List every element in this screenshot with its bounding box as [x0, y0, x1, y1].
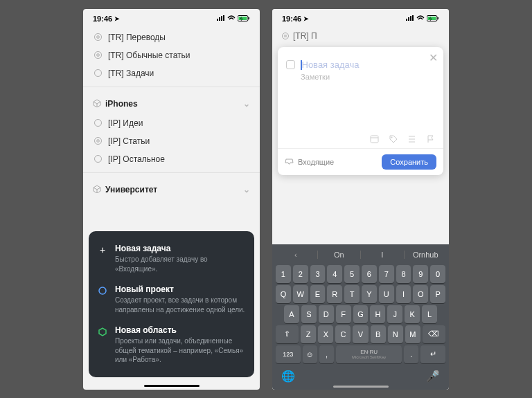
suggestion[interactable]: Ornhub — [405, 251, 447, 259]
flag-icon[interactable] — [426, 134, 435, 145]
backspace-key[interactable]: ⌫ — [423, 325, 445, 343]
new-task-modal: ✕ Новая задача Заметки Входящие Сохранит… — [278, 47, 443, 175]
key-d[interactable]: D — [319, 305, 334, 323]
chevron-down-icon[interactable]: ⌄ — [243, 99, 250, 109]
svg-rect-15 — [371, 136, 378, 143]
key-c[interactable]: C — [335, 325, 351, 343]
key-t[interactable]: T — [344, 285, 360, 303]
inbox-picker[interactable]: Входящие — [285, 157, 334, 166]
key-6[interactable]: 6 — [362, 265, 377, 283]
list-item[interactable]: [TR] Переводы — [83, 28, 260, 46]
key-w[interactable]: W — [293, 285, 308, 303]
key-7[interactable]: 7 — [379, 265, 394, 283]
key-j[interactable]: J — [387, 305, 402, 323]
key-s[interactable]: S — [301, 305, 317, 323]
checklist-icon[interactable] — [407, 134, 416, 145]
shift-key[interactable]: ⇧ — [276, 325, 299, 343]
key-o[interactable]: O — [413, 285, 428, 303]
key-f[interactable]: F — [336, 305, 351, 323]
key-row-zxcv: ⇧ ZXCVBNM ⌫ — [276, 325, 445, 343]
task-title-input[interactable]: Новая задача — [301, 60, 359, 71]
key-2[interactable]: 2 — [293, 265, 308, 283]
item-label: [TR] Переводы — [108, 33, 166, 42]
plus-icon: + — [97, 244, 108, 255]
list-item[interactable]: [IP] Идеи — [83, 114, 260, 132]
comma-key[interactable]: , — [319, 345, 334, 363]
list-item[interactable]: [TR] Задачи — [83, 64, 260, 82]
globe-icon[interactable]: 🌐 — [281, 370, 295, 383]
suggestion-chevron-icon[interactable]: ‹ — [274, 251, 318, 259]
list-item[interactable]: [IP] Статьи — [83, 132, 260, 150]
key-3[interactable]: 3 — [310, 265, 326, 283]
key-e[interactable]: E — [310, 285, 326, 303]
faded-label: [TR] П — [293, 31, 317, 41]
tag-icon[interactable] — [389, 134, 398, 145]
list-item[interactable]: [IP] Остальное — [83, 150, 260, 168]
key-a[interactable]: A — [284, 305, 299, 323]
key-row-qwerty: QWERTYUIOP — [276, 285, 445, 303]
phone-right: 19:46 ➤ [TR] П ✕ Новая задача Заметки — [272, 9, 449, 390]
key-n[interactable]: N — [388, 325, 403, 343]
key-k[interactable]: K — [405, 305, 420, 323]
key-4[interactable]: 4 — [327, 265, 342, 283]
key-p[interactable]: P — [430, 285, 445, 303]
emoji-key[interactable]: ☺ — [303, 345, 317, 363]
svg-rect-5 — [239, 17, 247, 20]
section-header-iphones[interactable]: iPhones ⌄ — [83, 94, 260, 114]
section-header-university[interactable]: Университет ⌄ — [83, 180, 260, 200]
key-q[interactable]: Q — [276, 285, 291, 303]
home-indicator[interactable] — [333, 386, 389, 388]
svg-rect-10 — [410, 16, 411, 21]
action-new-area[interactable]: Новая область Проекты или задачи, объеди… — [97, 320, 246, 370]
key-z[interactable]: Z — [301, 325, 316, 343]
period-key[interactable]: . — [404, 345, 418, 363]
key-9[interactable]: 9 — [413, 265, 428, 283]
key-y[interactable]: Y — [362, 285, 377, 303]
suggestion[interactable]: On — [318, 251, 362, 259]
action-new-project[interactable]: Новый проект Создает проект, все задачи … — [97, 279, 246, 320]
home-indicator[interactable] — [144, 385, 200, 387]
enter-key[interactable]: ↵ — [420, 345, 445, 363]
area-icon — [97, 326, 108, 337]
key-h[interactable]: H — [370, 305, 385, 323]
close-icon[interactable]: ✕ — [429, 51, 438, 64]
key-0[interactable]: 0 — [430, 265, 445, 283]
status-bar: 19:46 ➤ — [272, 9, 449, 28]
suggestion[interactable]: I — [361, 251, 405, 259]
mic-icon[interactable]: 🎤 — [426, 370, 440, 383]
key-8[interactable]: 8 — [396, 265, 411, 283]
item-label: [IP] Идеи — [108, 118, 143, 128]
target-icon — [93, 51, 103, 60]
symbols-key[interactable]: 123 — [276, 345, 301, 363]
action-desc: Быстро добавляет задачу во «Входящие». — [115, 255, 246, 273]
status-icons — [217, 15, 250, 21]
save-button[interactable]: Сохранить — [382, 154, 436, 170]
key-m[interactable]: M — [405, 325, 420, 343]
inbox-icon — [285, 157, 294, 166]
chevron-down-icon[interactable]: ⌄ — [243, 185, 250, 195]
svg-rect-14 — [438, 17, 439, 19]
calendar-icon[interactable] — [370, 134, 379, 145]
svg-point-17 — [391, 136, 393, 138]
key-1[interactable]: 1 — [276, 265, 291, 283]
action-title: Новый проект — [115, 284, 246, 294]
key-u[interactable]: U — [379, 285, 394, 303]
item-label: [TR] Задачи — [108, 69, 154, 78]
key-x[interactable]: X — [318, 325, 333, 343]
list-item[interactable]: [TR] Обычные статьи — [83, 46, 260, 64]
suggestion-bar: ‹ On I Ornhub — [274, 247, 447, 263]
key-i[interactable]: I — [396, 285, 411, 303]
key-5[interactable]: 5 — [344, 265, 360, 283]
action-new-task[interactable]: + Новая задача Быстро добавляет задачу в… — [97, 238, 246, 279]
key-g[interactable]: G — [353, 305, 369, 323]
svg-rect-0 — [217, 19, 218, 21]
key-l[interactable]: L — [422, 305, 437, 323]
key-r[interactable]: R — [327, 285, 342, 303]
key-b[interactable]: B — [371, 325, 386, 343]
task-checkbox[interactable] — [286, 60, 295, 69]
item-label: [TR] Обычные статьи — [108, 51, 190, 60]
key-v[interactable]: V — [353, 325, 368, 343]
notes-input[interactable]: Заметки — [301, 73, 435, 81]
svg-rect-1 — [219, 17, 220, 21]
spacebar-key[interactable]: EN·RU Microsoft SwiftKey — [336, 345, 402, 363]
